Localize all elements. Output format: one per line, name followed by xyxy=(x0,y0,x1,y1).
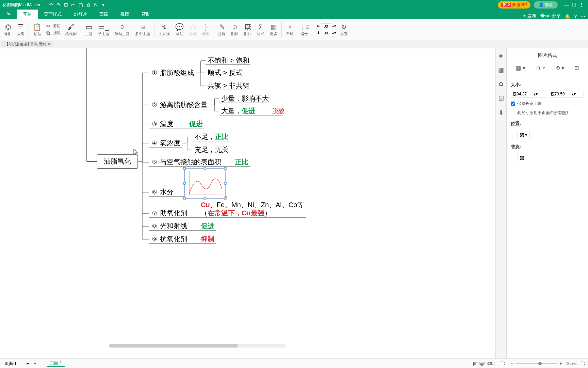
ribbon-callout[interactable]: 💬标注 xyxy=(173,20,186,39)
ribbon-multi[interactable]: ⧆多个主题 xyxy=(132,20,153,39)
more-icon[interactable]: ⋯ xyxy=(581,14,585,19)
style-tab-icon[interactable]: ◈ xyxy=(499,52,504,59)
zoom-slider[interactable] xyxy=(516,363,557,364)
node-light[interactable]: 光和射线 xyxy=(160,222,187,230)
svg-text:共轭 > 非共轭[interactable]: 共轭 > 非共轭 xyxy=(208,82,249,89)
open-icon[interactable]: ▭ xyxy=(70,1,77,9)
node-surface-area[interactable]: 与空气接触的表面积 xyxy=(160,158,221,166)
crop-icon[interactable]: ⊡ xyxy=(574,65,579,71)
tab-page-style[interactable]: 页面样式 xyxy=(38,10,68,19)
svg-text:Cu、Fe、Mn、Ni、Zn、Al、Co等: Cu、Fe、Mn、Ni、Zn、Al、Co等 xyxy=(201,201,304,209)
svg-rect-33 xyxy=(183,167,185,169)
position-button[interactable]: 🖼 ▾ xyxy=(518,131,529,139)
mindmap-canvas[interactable]: 油脂氧化 ① 脂肪酸组成 不饱和 > 饱和 顺式 > 反式 共轭 > 非共轭 ②… xyxy=(0,48,495,358)
keep-ratio-checkbox[interactable] xyxy=(511,102,515,106)
svg-text:不饱和 > 饱和[interactable]: 不饱和 > 饱和 xyxy=(208,57,249,64)
task-tab-icon[interactable]: ☑ xyxy=(499,95,504,102)
new-icon[interactable]: ⊞ xyxy=(62,1,70,9)
dropdown-icon[interactable]: ▾ xyxy=(100,1,107,9)
svg-text:脱酸[interactable]: 脱酸 xyxy=(272,108,284,114)
redo-icon[interactable]: ↷ xyxy=(55,1,62,9)
root-node[interactable]: 油脂氧化 xyxy=(104,157,131,165)
svg-text:⑤: ⑤ xyxy=(152,159,157,166)
node-free-fatty-acid[interactable]: 游离脂肪酸含量 xyxy=(160,101,208,108)
restore-icon[interactable]: ❐ xyxy=(570,1,578,9)
print-icon[interactable]: ⎙ xyxy=(85,1,92,9)
height-input[interactable]: 🖼▴▾ xyxy=(549,91,584,97)
spacing-h-input[interactable] xyxy=(321,23,331,29)
height-icon: 🖼 xyxy=(551,92,555,96)
add-page-icon[interactable]: + xyxy=(34,361,36,366)
ribbon-paste[interactable]: 📋粘贴 xyxy=(30,20,44,39)
ribbon-note[interactable]: ✎注释 xyxy=(215,20,228,39)
svg-text:大量，促进[interactable]: 大量，促进 xyxy=(221,107,255,114)
ribbon-outline[interactable]: ☰大纲 xyxy=(14,20,27,39)
minimize-icon[interactable]: — xyxy=(563,1,570,9)
node-moisture[interactable]: 水分 xyxy=(160,188,174,196)
ribbon-summary[interactable]: }概要 xyxy=(199,20,212,39)
rotate-icon[interactable]: ⟲ ▾ xyxy=(555,65,564,71)
ribbon-floating[interactable]: ◊浮动主题 xyxy=(112,20,132,39)
ribbon-numbering[interactable]: ⋮≡编号 xyxy=(296,20,312,39)
publish-button[interactable]: ✈ 发布 xyxy=(522,13,536,19)
tab-file[interactable]: 件 xyxy=(0,10,17,19)
ribbon-layout[interactable]: ⌖布局 xyxy=(283,20,296,39)
help-icon[interactable]: ? xyxy=(574,14,577,19)
spacing-v-input[interactable] xyxy=(321,30,331,36)
ribbon-copy[interactable]: ⧉拷贝 xyxy=(46,30,61,36)
ribbon-more[interactable]: ▦更多 xyxy=(267,20,280,39)
tab-home[interactable]: 开始 xyxy=(17,10,38,19)
ribbon-spacing[interactable]: ⬌▴▾ ⬍▴▾ xyxy=(315,20,338,39)
ribbon-icon[interactable]: ☺图标 xyxy=(228,20,241,39)
node-antioxidant[interactable]: 抗氧化剂 xyxy=(160,235,187,243)
insert-tab-icon[interactable]: ⬇ xyxy=(499,109,504,117)
undo-icon[interactable]: ↶ xyxy=(47,1,55,9)
ribbon-subtopic[interactable]: ▭⎯子主题 xyxy=(95,20,112,39)
width-input[interactable]: 🖼▴▾ xyxy=(511,91,546,97)
tab-view[interactable]: 视图 xyxy=(114,10,135,19)
login-button[interactable]: 👤 登录 xyxy=(534,1,558,9)
ribbon-format-painter[interactable]: 🖌格式刷 xyxy=(63,20,79,39)
replace-button[interactable]: 🖼 xyxy=(518,154,526,162)
ribbon-boundary[interactable]: ⬭外框 xyxy=(186,20,199,39)
ribbon-cut[interactable]: ✂剪切 xyxy=(46,23,61,29)
ribbon-reset[interactable]: ↻重置 xyxy=(338,20,350,39)
node-temperature[interactable]: 温度 xyxy=(160,120,174,127)
svg-text:不足，正比[interactable]: 不足，正比 xyxy=(195,133,229,140)
ribbon-image[interactable]: 🖼图片 xyxy=(241,20,254,39)
vip-button[interactable]: 双12开通VIP xyxy=(498,1,530,9)
svg-text:充足，无关[interactable]: 充足，无关 xyxy=(195,146,229,153)
fullscreen-icon[interactable]: ⛶ xyxy=(581,361,585,366)
bell-icon[interactable]: 🔔 xyxy=(565,14,570,19)
svg-text:少量，影响不大[interactable]: 少量，影响不大 xyxy=(221,95,269,102)
horizontal-scrollbar[interactable] xyxy=(109,344,286,348)
node-oxygen[interactable]: 氧浓度 xyxy=(160,139,180,147)
page-tab-icon[interactable]: ▦ xyxy=(498,66,504,74)
ribbon-formula[interactable]: Σ公式 xyxy=(254,20,267,39)
apply-all-checkbox[interactable] xyxy=(511,111,515,115)
page-selector[interactable]: 页面-1 xyxy=(3,361,31,366)
tab-help[interactable]: 帮助 xyxy=(135,10,157,19)
zoom-out-icon[interactable]: − xyxy=(511,361,513,366)
tab-advanced[interactable]: 高级 xyxy=(93,10,114,19)
page-tab[interactable]: 页面-1 xyxy=(47,360,65,367)
distribute-icon[interactable]: ⫛ ▾ xyxy=(536,65,545,71)
zoom-in-icon[interactable]: + xyxy=(559,361,562,366)
share-button[interactable]: �югі 分享 xyxy=(540,13,561,19)
svg-text:顺式 > 反式[interactable]: 顺式 > 反式 xyxy=(208,69,243,76)
tab-slideshow[interactable]: 幻灯片 xyxy=(68,10,93,19)
ribbon-relation[interactable]: ↯关系线 xyxy=(156,20,173,39)
selected-image[interactable] xyxy=(184,168,225,198)
export-icon[interactable]: ⇱ xyxy=(92,1,100,9)
ribbon-mindmap[interactable]: ⌬导图 xyxy=(1,20,14,39)
save-icon[interactable]: ▢ xyxy=(77,1,85,9)
ribbon-topic[interactable]: ▭主题 xyxy=(82,20,95,39)
align-icon[interactable]: ▦ ▾ xyxy=(516,65,525,71)
cursor-icon xyxy=(134,149,138,155)
clipart-tab-icon[interactable]: ✿ xyxy=(499,80,504,88)
node-fatty-acid[interactable]: 脂肪酸组成 xyxy=(160,69,194,76)
fit-icon[interactable]: ⛶ xyxy=(501,361,505,366)
node-prooxidant[interactable]: 助氧化剂 xyxy=(160,209,187,217)
document-tab[interactable]: 【知识点速递】影响因素 xyxy=(1,41,53,47)
menu-icon[interactable]: ⋮ xyxy=(578,1,585,9)
